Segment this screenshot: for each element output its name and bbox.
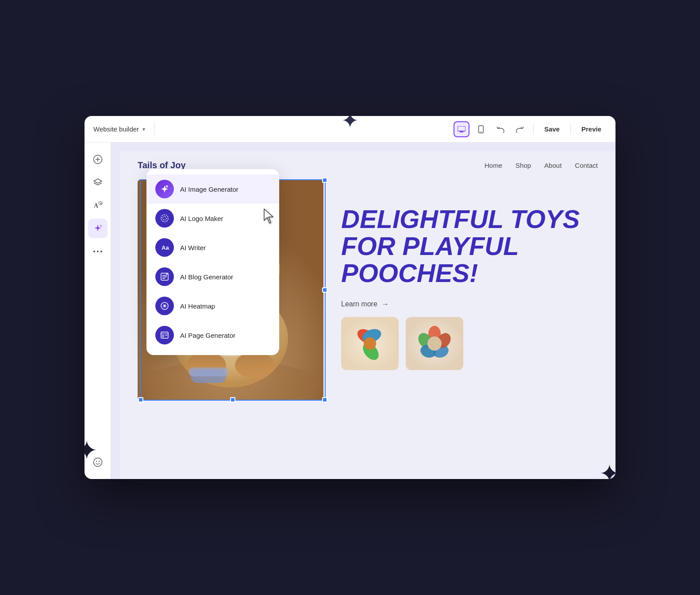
svg-point-15 <box>93 458 102 467</box>
ai-logo-maker-label: AI Logo Maker <box>180 215 223 222</box>
sidebar: A ✦ <box>85 143 111 479</box>
svg-point-68 <box>364 337 376 350</box>
blog-gen-svg <box>160 272 169 281</box>
ai-blog-gen-label: AI Blog Generator <box>180 273 233 281</box>
handle-bl[interactable] <box>138 397 143 402</box>
svg-point-75 <box>427 336 442 351</box>
ai-image-gen-icon <box>155 180 174 198</box>
svg-rect-1 <box>460 131 463 132</box>
sidebar-item-layers[interactable] <box>88 173 108 192</box>
svg-point-14 <box>100 251 102 252</box>
svg-point-18 <box>166 185 168 188</box>
app-wrapper: ✦ ✦ ✦ Website builder ▾ <box>85 116 615 479</box>
svg-point-12 <box>93 251 95 252</box>
svg-rect-33 <box>165 335 167 336</box>
toolbar-divider <box>154 123 154 136</box>
ai-menu-item-logo-maker[interactable]: AI Logo Maker <box>146 204 279 233</box>
ai-writer-label: AI Writer <box>180 244 206 251</box>
nav-item-contact[interactable]: Contact <box>575 162 598 169</box>
svg-rect-32 <box>162 335 164 337</box>
sidebar-item-add[interactable] <box>88 150 108 169</box>
preview-nav-menu: Home Shop About Contact <box>485 162 598 169</box>
svg-marker-8 <box>94 179 102 183</box>
nav-item-shop[interactable]: Shop <box>515 162 531 169</box>
hero-cta-button[interactable]: Learn more → <box>341 300 598 308</box>
mobile-icon <box>478 125 484 133</box>
main-layout: A ✦ <box>85 143 615 479</box>
sidebar-item-face[interactable] <box>88 452 108 472</box>
product-thumb-1[interactable] <box>341 317 399 370</box>
brand-label: Website builder <box>93 125 139 133</box>
svg-point-17 <box>98 461 99 462</box>
save-button[interactable]: Save <box>539 123 565 135</box>
sidebar-item-more[interactable] <box>88 242 108 261</box>
image-gen-svg <box>160 185 169 193</box>
add-icon <box>93 155 103 164</box>
text-ai-icon: A ✦ <box>93 201 103 210</box>
sidebar-item-ai[interactable] <box>88 219 108 238</box>
brand-button[interactable]: Website builder ▾ <box>93 125 145 133</box>
handle-br[interactable] <box>322 397 327 402</box>
canvas-area[interactable]: AI Image Generator AI Logo Maker Aa <box>111 143 615 479</box>
redo-icon <box>516 126 524 133</box>
toolbar-sep2 <box>570 124 571 135</box>
product-row <box>341 317 598 370</box>
svg-text:A: A <box>94 202 99 209</box>
svg-text:✦: ✦ <box>99 202 102 205</box>
toolbar-actions: Save Previe <box>454 121 607 137</box>
svg-point-29 <box>164 305 165 307</box>
nav-item-home[interactable]: Home <box>485 162 502 169</box>
undo-button[interactable] <box>492 121 508 137</box>
ai-heatmap-label: AI Heatmap <box>180 302 215 310</box>
ai-blog-gen-icon <box>155 267 174 286</box>
toolbar: Website builder ▾ <box>85 116 615 143</box>
handle-tr[interactable] <box>322 178 327 183</box>
page-gen-svg <box>160 331 169 340</box>
svg-rect-2 <box>459 132 464 132</box>
svg-rect-0 <box>458 126 465 131</box>
cta-label: Learn more <box>341 300 377 308</box>
ai-dropdown-menu: AI Image Generator AI Logo Maker Aa <box>146 169 279 355</box>
logo-maker-svg <box>160 214 169 223</box>
hero-text-area: DELIGHTFUL TOYSFOR PLAYFULPOOCHES! Learn… <box>323 179 598 401</box>
ai-page-gen-label: AI Page Generator <box>180 332 235 339</box>
preview-button[interactable]: Previe <box>576 123 607 135</box>
svg-point-20 <box>163 216 166 220</box>
mobile-view-button[interactable] <box>473 121 489 137</box>
product-toy-1-svg <box>341 317 399 370</box>
product-thumb-2[interactable] <box>406 317 463 370</box>
handle-mr[interactable] <box>322 287 327 293</box>
nav-item-about[interactable]: About <box>544 162 562 169</box>
ai-sparkle-icon <box>93 224 103 233</box>
undo-icon <box>496 126 504 133</box>
svg-point-4 <box>481 131 481 132</box>
desktop-view-button[interactable] <box>454 121 469 137</box>
ai-logo-maker-icon <box>155 209 174 228</box>
ai-menu-item-blog-gen[interactable]: AI Blog Generator <box>146 262 279 291</box>
brand-chevron-icon: ▾ <box>142 126 145 132</box>
ai-menu-item-image-gen[interactable]: AI Image Generator <box>146 174 279 204</box>
svg-point-16 <box>96 461 96 462</box>
desktop-icon <box>458 126 465 132</box>
more-icon <box>93 250 103 253</box>
face-icon <box>93 457 103 467</box>
writer-svg: Aa <box>160 243 169 252</box>
product-toy-2-svg <box>406 317 463 370</box>
svg-text:Aa: Aa <box>162 244 169 251</box>
ai-heatmap-icon <box>155 297 174 315</box>
ai-menu-item-heatmap[interactable]: AI Heatmap <box>146 291 279 321</box>
heatmap-svg <box>160 301 169 310</box>
cta-arrow-icon: → <box>382 300 389 308</box>
hero-headline: DELIGHTFUL TOYSFOR PLAYFULPOOCHES! <box>341 206 598 287</box>
sidebar-item-text[interactable]: A ✦ <box>88 196 108 215</box>
handle-mb[interactable] <box>230 397 235 402</box>
ai-writer-icon: Aa <box>155 238 174 257</box>
ai-page-gen-icon <box>155 326 174 344</box>
svg-point-19 <box>161 215 168 222</box>
ai-menu-item-page-gen[interactable]: AI Page Generator <box>146 321 279 350</box>
redo-button[interactable] <box>512 121 528 137</box>
ai-image-gen-label: AI Image Generator <box>180 185 238 193</box>
ai-menu-item-writer[interactable]: Aa AI Writer <box>146 233 279 262</box>
toolbar-sep <box>533 124 534 135</box>
svg-point-13 <box>97 251 99 252</box>
